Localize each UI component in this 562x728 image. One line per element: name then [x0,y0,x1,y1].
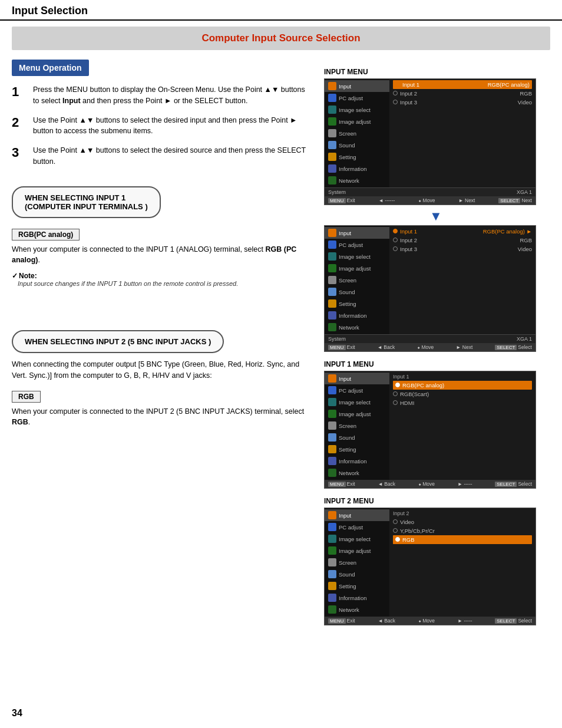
system-value-1: XGA 1 [517,189,532,195]
note-text: Input source changes if the INPUT 1 butt… [18,280,306,287]
osd-content-2: Input 1 RGB(PC analog) ► Input 2 RGB Inp… [389,226,535,334]
osd-label-setting-2: Setting [339,301,356,307]
bottom-next-4: ► ----- [458,618,472,624]
osd-ypbcb: Y,Pb/Cb,Pr/Cr [393,526,532,535]
osd-sidebar-image-select-3: Image select [325,396,389,408]
osd-bottom-bar-4: MENUExit ◄ Back ⬥ Move ► ----- SELECTSel… [325,617,535,625]
osd-input1-item: Input 1 RGB(PC analog) [393,80,532,89]
image-adjust-icon-4 [328,546,336,555]
rgb-pc-analog-label: RGB(PC analog) [12,229,80,241]
osd-hdmi: HDMI [393,398,532,407]
osd-input1-item-2: Input 1 RGB(PC analog) ► [393,227,532,236]
osd-sidebar-screen-4: Screen [325,556,389,568]
step-1-number: 1 [12,84,28,100]
osd-label-input-4: Input [339,512,351,519]
image-select-icon-4 [328,535,336,543]
osd-label-screen-3: Screen [339,423,356,429]
osd-rgb-scart: RGB(Scart) [393,390,532,398]
osd-label-info-2: Information [339,312,367,319]
osd-content-3: Input 1 RGB(PC analog) RGB(Scart) HDMI [389,371,535,480]
info-icon-4 [328,594,336,602]
osd-system-bar-2: System XGA 1 [325,334,535,343]
osd-label-network-4: Network [339,607,359,613]
osd-label-info-3: Information [339,458,367,465]
osd-sidebar-network-4: Network [325,604,389,615]
osd-sidebar-image-adjust-4: Image adjust [325,545,389,556]
osd-sidebar-input-4: Input [325,509,389,521]
pc-adjust-icon-3 [328,386,336,394]
input2-menu-label: INPUT 2 MENU [324,497,548,505]
when-selecting-2-box: WHEN SELECTING INPUT 2 (5 BNC INPUT JACK… [12,330,224,353]
osd-sidebar-image-adjust-3: Image adjust [325,408,389,420]
network-icon-3 [328,469,336,477]
bottom-move-1: ⬥ Move [418,197,435,203]
menu-operation-label: Menu Operation [12,60,89,76]
setting-icon-3 [328,445,336,453]
bottom-select-2: SELECTSelect [495,344,532,350]
osd-label-input-2: Input [339,230,351,236]
osd-label-network: Network [339,177,359,184]
osd-label-image-adjust-3: Image adjust [339,411,371,417]
osd-sidebar-info-3: Information [325,455,389,467]
arrow-down: ▼ [324,209,548,224]
bottom-exit-4: MENUExit [328,618,355,624]
setting-icon-2 [328,299,336,308]
osd-label-pc-adjust-3: PC adjust [339,387,363,394]
input1-menu-osd: Input PC adjust Image select Image [324,371,536,489]
osd-rgb-pc-analog: RGB(PC analog) [393,381,532,390]
osd-label-image-adjust-4: Image adjust [339,548,371,554]
step-1-text: Press the MENU button to display the On-… [33,84,306,107]
bnc-description: When connecting the computer output [5 B… [12,359,306,381]
rgb-label: RGB [12,391,41,403]
osd-sidebar-1: Input PC adjust Image select Image [325,79,389,187]
input-icon-2 [328,229,336,237]
osd-label-screen: Screen [339,130,356,137]
radio-input3 [393,100,398,104]
input-icon-3 [328,374,336,383]
sound-icon-3 [328,433,336,442]
image-adjust-icon-3 [328,410,336,418]
osd-content-4: Input 2 Video Y,Pb/Cb,Pr/Cr RGB [389,508,535,617]
osd-label-setting: Setting [339,154,356,160]
osd-label-info: Information [339,166,367,172]
page-header: Input Selection [0,0,562,21]
note-title: Note: [12,272,306,280]
rgb-description: When your computer is connected to the I… [12,406,306,429]
osd-sidebar-input-2: Input [325,227,389,239]
osd-sidebar-setting-3: Setting [325,443,389,455]
info-icon-2 [328,311,336,319]
radio-rgb-scart [393,391,398,396]
pc-adjust-icon-2 [328,241,336,249]
bottom-exit-2: MENUExit [328,344,355,350]
osd-sidebar-sound-4: Sound [325,568,389,580]
osd-sidebar-info: Information [325,163,389,174]
osd-label-setting-3: Setting [339,446,356,453]
osd-label-image-select-3: Image select [339,399,371,406]
input-icon-4 [328,511,336,519]
osd-label-screen-4: Screen [339,559,356,566]
osd-label-sound: Sound [339,142,355,149]
step-1: 1 Press the MENU button to display the O… [12,84,306,107]
bottom-back-2: ◄ Back [378,344,395,350]
note-section: Note: Input source changes if the INPUT … [12,272,306,287]
right-column: INPUT MENU Input PC adjust [318,60,548,629]
network-icon-4 [328,605,336,614]
osd-input1-header: Input 1 [393,373,532,381]
osd-sidebar-screen-3: Screen [325,420,389,431]
osd-sidebar-network: Network [325,174,389,186]
bottom-move-4: ⬥ Move [418,618,435,624]
osd-label-sound-4: Sound [339,571,355,578]
osd-sidebar-image-adjust-2: Image adjust [325,262,389,274]
bottom-select-3: SELECTSelect [495,481,532,487]
radio-rgb-pc-analog [395,383,400,387]
osd-label-image-select-2: Image select [339,253,371,260]
osd-sidebar-setting: Setting [325,151,389,163]
radio-video [393,519,398,524]
system-label-1: System [328,189,346,195]
osd-rgb-input2: RGB [393,535,532,544]
osd-sidebar-image-adjust: Image adjust [325,116,389,127]
osd-sidebar-image-select: Image select [325,104,389,116]
when-selecting-1-box: WHEN SELECTING INPUT 1(COMPUTER INPUT TE… [12,186,161,218]
osd-bottom-bar-1: MENUExit ◄ ------ ⬥ Move ► Next SELECTNe… [325,196,535,205]
image-select-icon-3 [328,398,336,406]
